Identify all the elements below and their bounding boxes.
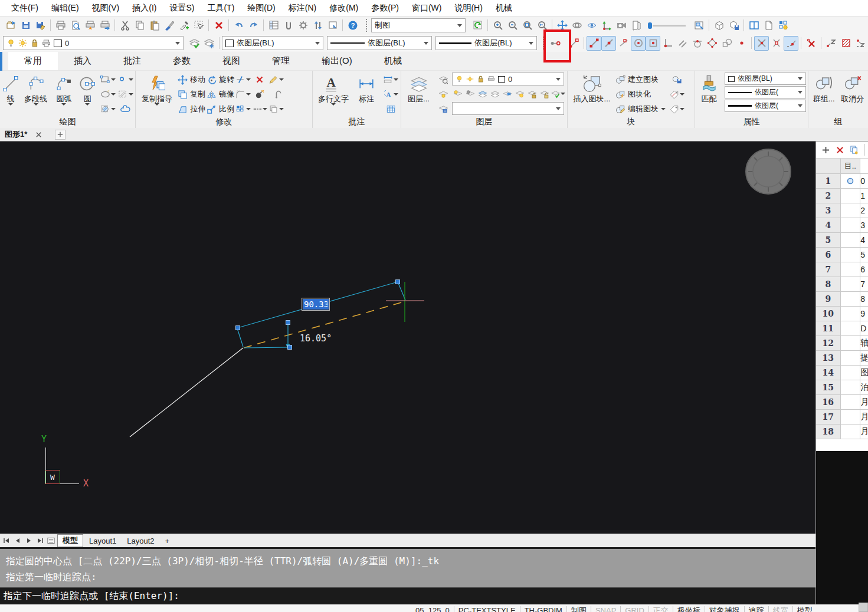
osnap-extension-icon[interactable] [784,36,798,51]
ellipse-tool-button[interactable] [100,87,116,101]
ungroup-button[interactable]: 取消分 [839,73,867,103]
layer-thaw-small-icon[interactable] [514,87,525,101]
osnap-quadrant-icon[interactable] [705,36,719,51]
menu-edit[interactable]: 编辑(E) [45,0,86,16]
status-workspace[interactable]: 制图 [567,605,591,612]
first-layout-icon[interactable] [1,535,11,546]
status-model-toggle[interactable]: 模型 [793,605,817,612]
text-style-button[interactable]: A [383,87,398,101]
properties-panel-label[interactable]: 属性 [695,117,808,128]
group-button[interactable]: 群组... [810,73,838,103]
zoom-window-icon[interactable] [520,18,535,33]
status-lineweight-toggle[interactable]: 线宽 [769,605,792,612]
ribbon-tab-output[interactable]: 输出(O) [306,52,368,70]
zoom-in-icon[interactable] [490,18,505,33]
menu-draw[interactable]: 绘图(D) [241,0,281,16]
arc-tool-button[interactable]: 圆弧 [52,73,76,106]
osnap-point-icon[interactable] [734,36,749,51]
blockify-button[interactable]: 图块化 [615,87,666,101]
point-tool-button[interactable] [118,73,133,87]
tab-model[interactable]: 模型 [57,534,83,547]
properties-color-select[interactable]: 依图层(BL) [725,73,806,85]
layer-states-icon[interactable] [202,36,217,51]
osnap-midpoint-icon[interactable] [601,36,616,51]
layer-state-select[interactable] [452,102,564,115]
status-otrack-toggle[interactable]: 追踪 [745,605,768,612]
break-button[interactable] [268,87,284,101]
grid-options-icon[interactable] [776,18,791,33]
linear-dimension-button[interactable] [383,73,398,87]
table-row[interactable]: 65 [816,248,868,262]
properties-linetype-select[interactable]: 依图层( [725,86,806,98]
status-grid-toggle[interactable]: GRID [621,605,648,612]
layout-viewport-icon[interactable] [692,18,706,33]
annotate-panel-label[interactable]: 批注 [313,117,401,128]
line-tool-button[interactable]: 线 [2,73,19,106]
undo-icon[interactable] [231,18,246,33]
table-row[interactable]: 15泊 [816,380,868,395]
draw-panel-label[interactable]: 绘图 [0,117,135,128]
osnap-tangent-icon[interactable] [690,36,705,51]
table-row[interactable]: 11D [816,321,868,336]
command-input-line[interactable]: 指定下一临时追踪点或 [结束(Enter)]: [0,587,815,604]
layout-list-icon[interactable] [46,535,56,546]
table-row[interactable]: 18月 [816,425,868,439]
new-document-tab-button[interactable] [55,130,65,140]
lineweight-slider[interactable] [647,20,688,31]
status-snap-toggle[interactable]: SNAP [591,605,620,612]
previous-layout-icon[interactable] [12,535,22,546]
help-icon[interactable]: ? [345,18,360,33]
table-row[interactable]: 13提 [816,351,868,366]
edit-block-button[interactable]: 编辑图块 [615,102,666,116]
menu-tools[interactable]: 工具(T) [201,0,241,16]
rectangle-tool-button[interactable] [100,73,116,87]
toolbar-grip[interactable] [366,19,368,32]
menu-parametric[interactable]: 参数(P) [365,0,405,16]
edit-attribute-button[interactable] [669,102,684,116]
layer-match-button[interactable] [435,73,451,87]
write-block-button[interactable] [669,73,684,87]
layer-isolate-icon[interactable] [464,87,476,101]
menu-file[interactable]: 文件(F) [5,0,45,16]
create-block-button[interactable]: 建立图块 [615,73,666,87]
workspace-switch-icon[interactable] [470,18,485,33]
table-row[interactable]: 76 [816,262,868,277]
menu-settings[interactable]: 设置S) [163,0,201,16]
select-icon[interactable] [191,18,206,33]
osnap-endpoint-icon[interactable] [587,36,601,51]
match-properties-icon[interactable] [176,18,191,33]
point-filter-z-icon[interactable] [824,36,838,51]
menu-insert[interactable]: 插入(I) [126,0,163,16]
settings-gear-icon[interactable] [296,18,310,33]
scale-button[interactable]: 比例 [207,102,234,116]
table-button[interactable] [383,102,398,116]
table-row[interactable]: 14图 [816,366,868,380]
table-row[interactable]: 12轴 [816,336,868,351]
layer-state-button[interactable] [435,102,451,116]
osnap-parallel-icon[interactable] [675,36,690,51]
table-row[interactable]: 17月 [816,410,868,425]
delete-row-button[interactable] [834,144,846,156]
paste-icon[interactable] [147,18,162,33]
add-row-button[interactable] [820,144,831,156]
open-icon[interactable] [4,18,18,33]
hatch-tool-button[interactable] [100,102,116,116]
hatch-snap-icon[interactable] [838,36,853,51]
osnap-node-icon[interactable] [646,36,660,51]
attach-icon[interactable] [281,18,296,33]
copy-icon[interactable] [132,18,147,33]
tab-layout1[interactable]: Layout1 [84,536,121,546]
publish-icon[interactable] [97,18,112,33]
new-document-icon[interactable] [761,18,776,33]
explode-button[interactable] [252,87,267,101]
drawing-canvas[interactable]: 16.05° W Y X [0,142,815,534]
lineweight-select[interactable]: 依图层(BL) [435,36,537,50]
zoom-out-icon[interactable] [505,18,520,33]
dimension-input[interactable] [303,299,329,310]
sheet-set-icon[interactable] [628,18,643,33]
layer-off-small-icon[interactable] [452,87,463,101]
sync-settings-icon[interactable] [310,18,325,33]
command-history[interactable]: 指定圆的中心点 [二点 (22P)/三点 (3P)/相切-相切-半径 (TTR)… [0,547,815,587]
match-properties-button[interactable]: 匹配 [697,73,721,103]
group-panel-label[interactable]: 组 [808,117,868,128]
